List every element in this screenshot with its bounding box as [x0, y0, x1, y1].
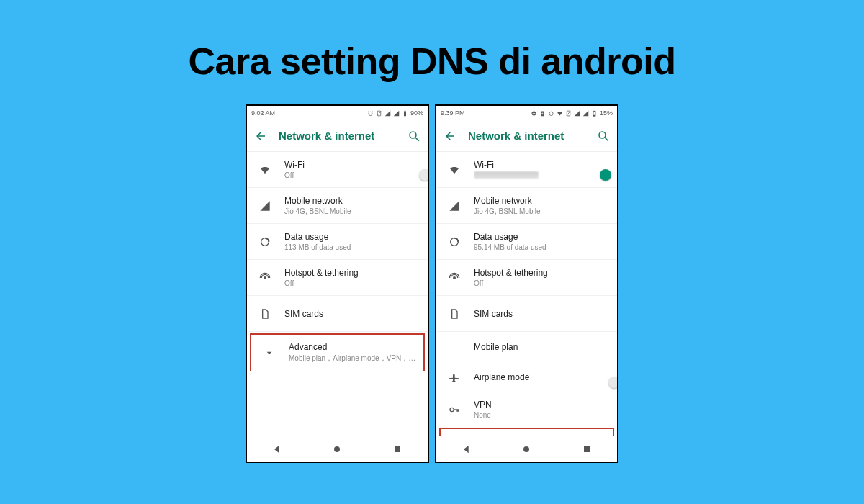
svg-line-2 — [377, 111, 381, 115]
row-sub: Off — [474, 279, 610, 287]
chevron-down-icon — [260, 347, 279, 359]
svg-point-0 — [369, 112, 372, 115]
page-title: Cara setting DNS di android — [0, 0, 864, 83]
row-label: VPN — [474, 400, 610, 410]
signal-icon — [384, 110, 391, 117]
appbar-title: Network & internet — [279, 130, 396, 142]
settings-list: Wi-Fi Mobile network Jio 4G, BSNL Mobile… — [436, 152, 617, 436]
row-sub: Jio 4G, BSNL Mobile — [474, 207, 610, 215]
battery-saver-icon — [539, 110, 546, 117]
row-label: Advanced — [289, 342, 416, 352]
status-bar: 9:02 AM 90% — [247, 106, 428, 120]
row-label: SIM cards — [474, 309, 610, 319]
row-label: Wi-Fi — [284, 160, 420, 170]
app-bar: Network & internet — [247, 120, 428, 152]
search-button[interactable] — [597, 130, 610, 143]
nav-recent-button[interactable] — [392, 444, 403, 455]
row-label: Mobile plan — [474, 342, 610, 352]
svg-rect-4 — [405, 110, 406, 111]
row-sub: None — [474, 411, 610, 419]
nav-home-button[interactable] — [521, 444, 532, 455]
row-sub: 113 MB of data used — [284, 243, 420, 251]
back-button[interactable] — [254, 130, 267, 143]
wifi-icon — [256, 164, 274, 176]
svg-point-5 — [410, 132, 416, 138]
battery-icon — [402, 110, 408, 117]
row-label: Data usage — [474, 232, 610, 242]
row-label: Hotspot & tethering — [474, 268, 610, 278]
svg-point-9 — [334, 446, 340, 452]
svg-point-8 — [264, 276, 266, 279]
back-button[interactable] — [444, 130, 456, 143]
row-hotspot[interactable]: Hotspot & tethering Off — [247, 260, 428, 296]
row-sub: Jio 4G, BSNL Mobile — [284, 207, 420, 215]
row-vpn[interactable]: VPN None — [436, 392, 617, 426]
svg-line-21 — [605, 138, 608, 141]
svg-point-14 — [549, 112, 553, 115]
do-not-disturb-icon — [531, 110, 537, 117]
row-advanced[interactable]: Advanced Mobile plan，Airplane mode，VPN，P… — [250, 333, 425, 371]
status-battery: 15% — [600, 109, 613, 117]
row-label: Airplane mode — [474, 372, 610, 382]
battery-icon — [591, 110, 598, 117]
redacted-ssid — [474, 171, 539, 179]
phone-right: 9:39 PM 15% Network & internet — [435, 104, 618, 463]
row-label: Mobile network — [284, 196, 420, 206]
hotspot-icon — [445, 272, 464, 284]
status-battery: 90% — [410, 109, 423, 117]
svg-point-23 — [453, 276, 456, 279]
row-sub: Mobile plan，Airplane mode，VPN，Priva.. — [289, 354, 416, 364]
signal-icon — [582, 110, 589, 117]
row-airplane-mode[interactable]: Airplane mode — [436, 362, 617, 392]
svg-rect-12 — [533, 113, 536, 114]
row-mobile-network[interactable]: Mobile network Jio 4G, BSNL Mobile — [247, 188, 428, 224]
row-sim-cards[interactable]: SIM cards — [247, 296, 428, 332]
row-label: SIM cards — [284, 309, 420, 319]
settings-list: Wi-Fi Off Mobile network Jio 4G, BSNL Mo… — [247, 152, 428, 436]
row-wifi[interactable]: Wi-Fi — [436, 152, 617, 188]
row-sim-cards[interactable]: SIM cards — [436, 296, 617, 332]
svg-point-25 — [523, 446, 529, 452]
row-sub — [474, 171, 610, 180]
wifi-icon — [557, 110, 563, 117]
status-bar: 9:39 PM 15% — [436, 106, 617, 120]
row-hotspot[interactable]: Hotspot & tethering Off — [436, 260, 617, 296]
row-mobile-plan[interactable]: Mobile plan — [436, 332, 617, 362]
row-wifi[interactable]: Wi-Fi Off — [247, 152, 428, 188]
no-sim-icon — [565, 110, 572, 117]
row-mobile-network[interactable]: Mobile network Jio 4G, BSNL Mobile — [436, 188, 617, 224]
status-time: 9:39 PM — [441, 109, 465, 117]
vpn-key-icon — [445, 404, 464, 415]
phone-pair: 9:02 AM 90% Network & internet Wi-Fi Off — [0, 104, 864, 463]
row-private-dns[interactable]: Private DNS Automatic — [439, 428, 614, 436]
hotspot-icon — [256, 272, 274, 284]
row-data-usage[interactable]: Data usage 113 MB of data used — [247, 224, 428, 260]
airplane-icon — [445, 372, 464, 383]
signal-icon — [574, 110, 580, 117]
nav-back-button[interactable] — [271, 444, 283, 455]
nav-back-button[interactable] — [461, 444, 472, 455]
svg-point-24 — [450, 408, 454, 411]
svg-rect-10 — [395, 446, 400, 452]
svg-point-20 — [599, 132, 606, 138]
row-sub: Off — [284, 279, 420, 287]
row-sub: 95.14 MB of data used — [474, 243, 610, 251]
row-label: Mobile network — [474, 196, 610, 206]
no-sim-icon — [376, 110, 382, 117]
search-button[interactable] — [408, 130, 420, 143]
nav-recent-button[interactable] — [581, 444, 593, 455]
svg-line-6 — [415, 138, 419, 141]
data-usage-icon — [445, 236, 464, 248]
signal-icon — [393, 110, 400, 117]
nav-home-button[interactable] — [331, 444, 343, 455]
signal-icon — [445, 200, 464, 212]
nav-bar — [436, 436, 617, 462]
row-sub: Off — [284, 171, 420, 179]
svg-rect-26 — [584, 446, 590, 452]
svg-line-16 — [567, 111, 570, 115]
row-label: Data usage — [284, 232, 420, 242]
row-label: Hotspot & tethering — [284, 268, 420, 278]
signal-icon — [256, 200, 274, 212]
row-data-usage[interactable]: Data usage 95.14 MB of data used — [436, 224, 617, 260]
alarm-icon — [367, 110, 374, 117]
